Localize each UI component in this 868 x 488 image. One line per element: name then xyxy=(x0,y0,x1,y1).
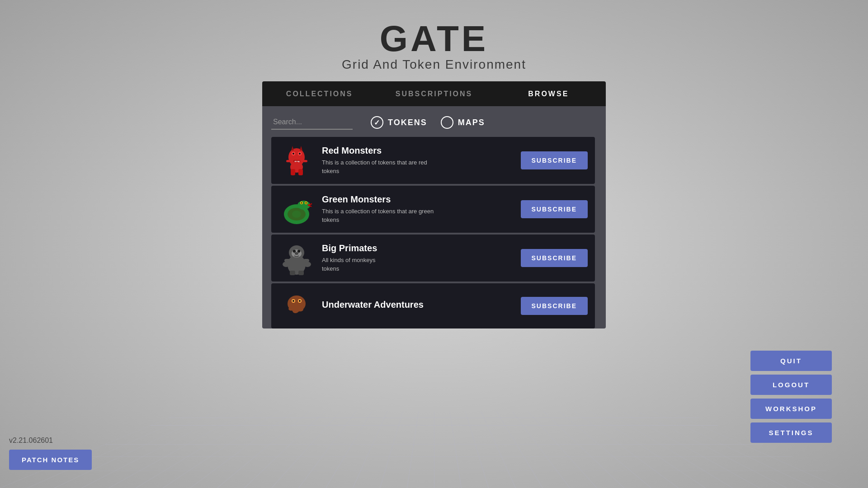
svg-point-20 xyxy=(301,202,302,204)
collection-desc: All kinds of monkeystokens xyxy=(322,256,514,272)
svg-point-36 xyxy=(283,262,290,267)
svg-point-37 xyxy=(304,262,311,267)
app-title: GATE xyxy=(0,18,868,60)
content-area: TOKENS MAPS xyxy=(262,106,606,328)
collection-thumbnail xyxy=(278,240,315,276)
main-panel: COLLECTIONS SUBSCRIPTIONS BROWSE TOKENS … xyxy=(262,81,606,328)
svg-point-47 xyxy=(299,300,301,302)
collection-item: Big Primates All kinds of monkeystokens … xyxy=(271,235,595,282)
subscribe-button[interactable]: SUBSCRIBE xyxy=(521,151,588,169)
svg-rect-39 xyxy=(298,271,304,275)
patch-notes-button[interactable]: PATCH NOTES xyxy=(9,450,92,470)
logout-button[interactable]: LOGOUT xyxy=(750,375,832,395)
tab-subscriptions[interactable]: SUBSCRIPTIONS xyxy=(377,81,491,106)
subscribe-button[interactable]: SUBSCRIBE xyxy=(521,200,588,218)
search-input[interactable] xyxy=(271,115,353,130)
tab-collections[interactable]: COLLECTIONS xyxy=(262,81,377,106)
svg-point-3 xyxy=(292,153,294,155)
svg-rect-35 xyxy=(303,259,309,262)
version-label: v2.21.062601 xyxy=(9,436,53,445)
svg-point-4 xyxy=(299,153,301,155)
collection-info: Red Monsters This is a collection of tok… xyxy=(322,145,514,175)
collection-thumbnail xyxy=(278,191,315,227)
collection-name: Underwater Adventures xyxy=(322,300,514,310)
svg-marker-15 xyxy=(300,146,302,150)
svg-marker-14 xyxy=(291,146,294,150)
collection-name: Green Monsters xyxy=(322,194,514,205)
collection-info: Underwater Adventures xyxy=(322,300,514,313)
svg-rect-13 xyxy=(303,160,307,162)
tokens-radio[interactable] xyxy=(371,116,383,129)
collection-item: Underwater Adventures SUBSCRIBE xyxy=(271,283,595,328)
collection-name: Red Monsters xyxy=(322,145,514,156)
collection-info: Big Primates All kinds of monkeystokens xyxy=(322,243,514,272)
app-subtitle: Grid And Token Environment xyxy=(0,57,868,72)
svg-rect-12 xyxy=(286,160,291,162)
collection-thumbnail xyxy=(278,142,315,178)
collection-item: Red Monsters This is a collection of tok… xyxy=(271,137,595,184)
svg-rect-38 xyxy=(290,271,295,275)
filter-maps[interactable]: MAPS xyxy=(441,116,485,129)
tab-browse[interactable]: BROWSE xyxy=(491,81,606,106)
collection-item: Green Monsters This is a collection of t… xyxy=(271,186,595,233)
collection-desc: This is a collection of tokens that are … xyxy=(322,159,514,175)
svg-point-32 xyxy=(298,251,299,252)
svg-point-25 xyxy=(292,211,301,218)
collection-thumbnail xyxy=(278,288,315,324)
subscribe-button[interactable]: SUBSCRIBE xyxy=(521,297,588,315)
tab-bar: COLLECTIONS SUBSCRIPTIONS BROWSE xyxy=(262,81,606,106)
collections-list: Red Monsters This is a collection of tok… xyxy=(271,137,597,328)
settings-button[interactable]: SETTINGS xyxy=(750,422,832,443)
app-title-section: GATE Grid And Token Environment xyxy=(0,0,868,72)
svg-point-33 xyxy=(295,252,298,255)
svg-rect-11 xyxy=(298,169,303,175)
svg-point-45 xyxy=(292,300,294,302)
subscribe-button[interactable]: SUBSCRIBE xyxy=(521,249,588,267)
filter-options: TOKENS MAPS xyxy=(371,116,485,129)
collection-desc: This is a collection of tokens that are … xyxy=(322,207,514,224)
workshop-button[interactable]: WORKSHOP xyxy=(750,399,832,419)
maps-radio[interactable] xyxy=(441,116,453,129)
filter-row: TOKENS MAPS xyxy=(271,115,597,130)
svg-point-22 xyxy=(306,202,307,204)
svg-rect-10 xyxy=(291,169,295,175)
filter-tokens[interactable]: TOKENS xyxy=(371,116,427,129)
bottom-buttons: QUIT LOGOUT WORKSHOP SETTINGS xyxy=(750,351,832,443)
quit-button[interactable]: QUIT xyxy=(750,351,832,371)
svg-rect-34 xyxy=(284,259,290,262)
svg-point-31 xyxy=(293,251,294,252)
collection-name: Big Primates xyxy=(322,243,514,253)
collection-info: Green Monsters This is a collection of t… xyxy=(322,194,514,224)
